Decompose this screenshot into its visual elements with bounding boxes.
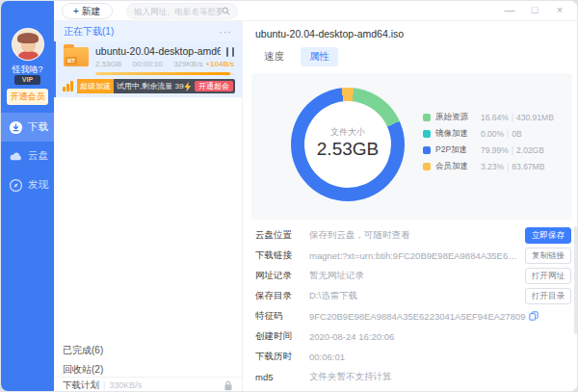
topbar: + 新建 — □ × xyxy=(54,1,577,21)
sidebar-nav: 下载 云盘 发现 xyxy=(1,113,54,199)
plan-speed-limit: 330KB/s xyxy=(109,380,220,390)
download-item-title: ubuntu-20.04-desktop-amd64.iso xyxy=(95,45,221,57)
search-input[interactable] xyxy=(134,7,222,16)
file-size: 2.53GB xyxy=(95,60,121,68)
legend-value: 16.64%|430.91MB xyxy=(481,113,554,122)
file-size-chart-card: 文件大小 2.53GB 原始资源16.64%|430.91MB镜像加速0.00%… xyxy=(251,73,572,220)
sidebar-item-label: 云盘 xyxy=(28,149,48,163)
divider: | xyxy=(103,380,105,390)
donut-chart: 文件大小 2.53GB xyxy=(291,88,405,201)
open-directory-button[interactable]: 打开目录 xyxy=(525,288,571,304)
property-label: 下载链接 xyxy=(255,249,309,262)
scrollbar-thumb[interactable] xyxy=(574,226,577,334)
search-box xyxy=(126,3,238,19)
legend-swatch xyxy=(423,130,431,138)
property-label: 网址记录 xyxy=(255,270,309,282)
download-plan-bar: 下载计划 | 330KB/s xyxy=(54,377,242,392)
legend-item: 原始资源16.64%|430.91MB xyxy=(423,109,554,125)
new-task-button[interactable]: + 新建 xyxy=(62,3,113,19)
vip-badge: VIP xyxy=(14,75,40,85)
legend-swatch xyxy=(423,114,431,121)
property-label: 下载历时 xyxy=(255,351,309,363)
property-label: 保存目录 xyxy=(255,290,309,302)
open-url-button[interactable]: 打开网址 xyxy=(525,268,571,284)
chart-center-value: 2.53GB xyxy=(291,139,405,160)
boost-speed: +104B/s xyxy=(205,60,234,68)
legend-swatch xyxy=(423,146,431,154)
download-icon xyxy=(9,120,23,135)
minimize-button[interactable]: — xyxy=(504,3,515,17)
promo-highlight: 超级加速 xyxy=(77,79,114,93)
speed-group: 329KB/s+104B/s xyxy=(173,60,234,68)
copy-link-button[interactable]: 复制链接 xyxy=(525,248,571,264)
promo-pill: 超级加速 试用中,剩余流量 39M 开通超会 xyxy=(77,79,235,93)
acceleration-promo: 超级加速 试用中,剩余流量 39M 开通超会 xyxy=(63,79,235,93)
sidebar-item-cloud[interactable]: 云盘 xyxy=(1,142,54,170)
close-button[interactable]: × xyxy=(554,3,565,17)
upgrade-membership-button[interactable]: 开通会员 xyxy=(7,89,48,105)
sidebar-item-download[interactable]: 下载 xyxy=(1,113,54,142)
search-icon[interactable] xyxy=(222,7,230,15)
property-row: 特征码9FC20B9E98EA9884A35E6223041A5EF94EA27… xyxy=(255,306,571,327)
property-value: magnet:?xt=urn:btih:9FC20B9E98EA9884A35E… xyxy=(309,250,525,261)
legend-value: 3.23%|83.67MB xyxy=(481,162,544,171)
tab-properties[interactable]: 属性 xyxy=(301,47,338,66)
property-row: 下载历时00:06:01 xyxy=(255,347,571,367)
save-to-cloud-button[interactable]: 立即保存 xyxy=(525,227,571,244)
property-row: md5文件夹暂不支持计算 xyxy=(255,367,571,387)
property-value: 保存到云盘，可随时查看 xyxy=(309,229,525,242)
legend-item: 镜像加速0.00%|0B xyxy=(423,125,554,142)
chart-legend: 原始资源16.64%|430.91MB镜像加速0.00%|0BP2P加速79.9… xyxy=(423,109,554,174)
downloading-group-header: 正在下载(1) ··· xyxy=(54,21,242,41)
chart-center-label: 文件大小 xyxy=(291,126,405,139)
sidebar: 怪我咯? VIP 开通会员 下载 云盘 发现 xyxy=(1,1,54,391)
property-row: 云盘位置保存到云盘，可随时查看立即保存 xyxy=(255,225,571,246)
sidebar-item-label: 下载 xyxy=(28,120,48,134)
lightning-icon xyxy=(184,82,192,91)
property-value: 暂无网址记录 xyxy=(309,270,525,282)
legend-value: 0.00%|0B xyxy=(481,129,522,139)
window-controls: — □ × xyxy=(504,3,565,17)
legend-name: 会员加速 xyxy=(435,161,476,172)
property-label: 特征码 xyxy=(255,310,309,323)
legend-name: P2P加速 xyxy=(435,144,476,156)
property-value: 文件夹暂不支持计算 xyxy=(309,371,571,383)
legend-item: 会员加速3.23%|83.67MB xyxy=(423,158,554,174)
download-item-stats: 2.53GB 00:00:10 329KB/s+104B/s xyxy=(95,60,234,68)
sidebar-item-label: 发现 xyxy=(28,178,48,192)
recycle-bin-link[interactable]: 回收站(2) xyxy=(63,363,103,377)
boost-bars-icon xyxy=(63,81,73,91)
time-remaining: 00:00:10 xyxy=(133,60,163,68)
cloud-icon xyxy=(9,149,23,164)
property-row: 下载链接magnet:?xt=urn:btih:9FC20B9E98EA9884… xyxy=(255,246,571,266)
maximize-button[interactable]: □ xyxy=(529,3,540,17)
avatar-art xyxy=(18,51,39,61)
download-item[interactable]: BT ubuntu-20.04-desktop-amd64.iso 2.53GB… xyxy=(54,41,242,97)
property-value: 00:06:01 xyxy=(309,352,571,362)
folder-icon: BT xyxy=(64,47,89,66)
progress-bar xyxy=(95,72,234,75)
property-value: D:\迅雷下载 xyxy=(309,290,525,302)
download-plan-label[interactable]: 下载计划 xyxy=(63,379,99,392)
property-value: 2020-08-24 16:20:06 xyxy=(309,331,571,342)
discover-icon xyxy=(9,178,23,193)
copy-icon[interactable] xyxy=(529,311,539,321)
pause-button[interactable] xyxy=(226,47,234,57)
sidebar-item-discover[interactable]: 发现 xyxy=(1,170,54,199)
more-icon[interactable]: ··· xyxy=(219,26,232,38)
avatar[interactable] xyxy=(12,28,44,61)
detail-title: ubuntu-20.04-desktop-amd64.iso xyxy=(255,28,404,39)
tab-speed[interactable]: 速度 xyxy=(255,47,293,66)
property-row: 创建时间2020-08-24 16:20:06 xyxy=(255,327,571,347)
properties-list: 云盘位置保存到云盘，可随时查看立即保存下载链接magnet:?xt=urn:bt… xyxy=(255,225,571,387)
upgrade-super-vip-button[interactable]: 开通超会 xyxy=(195,81,233,91)
lock-icon[interactable] xyxy=(223,380,233,391)
bt-badge: BT xyxy=(66,57,77,65)
completed-link[interactable]: 已完成(6) xyxy=(63,344,103,357)
property-value: 9FC20B9E98EA9884A35E6223041A5EF94EA27809 xyxy=(309,311,571,322)
legend-value: 79.99%|2.02GB xyxy=(481,145,544,155)
avatar-art xyxy=(17,33,39,43)
app-window: 怪我咯? VIP 开通会员 下载 云盘 发现 + 新建 — □ xyxy=(0,0,578,392)
promo-text: 试用中,剩余流量 39M xyxy=(114,81,184,91)
progress-fill xyxy=(95,72,230,75)
